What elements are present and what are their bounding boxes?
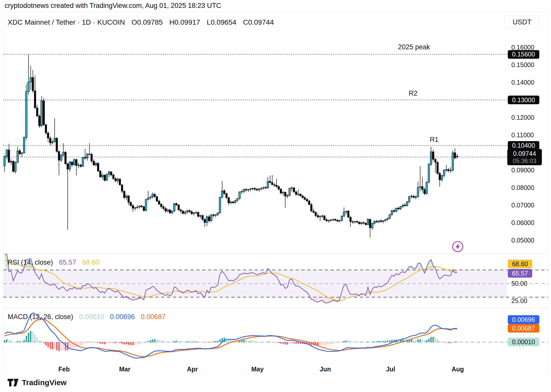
tradingview-brand-text[interactable]: TradingView <box>22 379 67 386</box>
candle <box>156 196 158 202</box>
candle <box>345 210 347 214</box>
candle <box>6 149 8 159</box>
candle <box>397 207 399 210</box>
candle <box>406 201 408 206</box>
candle <box>273 183 275 187</box>
price-level-badge: 0.13000 <box>508 96 539 104</box>
candle <box>10 159 12 165</box>
candle <box>387 218 388 221</box>
rsi-axis-label: 25.00 <box>511 298 527 304</box>
candle <box>143 206 145 212</box>
candle <box>389 214 391 219</box>
candle <box>58 150 60 175</box>
time-axis-label: Aug <box>452 366 464 372</box>
candle <box>284 191 286 208</box>
price-axis-label: 0.09000 <box>511 167 534 173</box>
candle <box>319 216 321 221</box>
candle <box>291 187 293 191</box>
panel-separator[interactable] <box>3 253 548 254</box>
candle <box>365 222 367 225</box>
candle <box>110 171 112 176</box>
currency-toggle-button[interactable]: USDT <box>504 15 540 29</box>
macd-signal-line <box>5 319 457 357</box>
candle <box>308 200 310 205</box>
candle <box>174 203 175 212</box>
candle <box>352 220 354 224</box>
candle <box>417 182 419 198</box>
candle <box>265 186 267 189</box>
candle <box>32 70 34 93</box>
candle <box>47 132 49 142</box>
rsi-legend[interactable]: RSI (14, close) 65.57 68.60 <box>8 259 99 266</box>
candle <box>219 197 221 214</box>
candle <box>226 193 227 199</box>
candle <box>69 161 71 172</box>
candle <box>452 150 454 172</box>
candle <box>25 84 27 140</box>
candle <box>4 155 6 172</box>
rsi-value: 65.57 <box>59 259 76 266</box>
candle <box>380 219 382 222</box>
candle <box>446 165 447 172</box>
time-axis-label: Apr <box>187 366 198 372</box>
candle <box>154 193 156 198</box>
current-price-badge: 0.09744 05:36:03 <box>507 149 542 165</box>
indicator-value-badge: 65.57 <box>508 269 532 278</box>
candle <box>376 220 378 223</box>
candle-countdown: 05:36:03 <box>513 157 536 164</box>
candle <box>276 179 278 188</box>
candle <box>21 152 23 157</box>
candle <box>132 204 134 212</box>
time-axis-label: May <box>251 366 264 372</box>
candle <box>424 187 425 195</box>
candle <box>30 66 32 90</box>
panel-separator[interactable] <box>3 308 548 308</box>
candle <box>326 218 328 222</box>
candle <box>213 214 215 218</box>
chart-plot-area[interactable] <box>0 0 551 392</box>
candle <box>102 173 103 179</box>
macd-histogram <box>4 331 458 351</box>
candle <box>106 173 108 181</box>
candle <box>413 195 415 198</box>
candle <box>89 143 90 155</box>
candle <box>271 175 273 185</box>
candle <box>73 159 75 166</box>
macd-signal-value: 0.00687 <box>141 313 166 321</box>
level-annotation: R1 <box>430 136 439 143</box>
candle <box>121 184 123 193</box>
candle <box>435 158 436 173</box>
candle <box>341 216 343 221</box>
candle <box>152 193 154 198</box>
candle <box>54 118 56 143</box>
symbol-header[interactable]: XDC Mainnet / Tether · 1D · KUCOIN O0.09… <box>8 19 274 26</box>
candle <box>254 187 256 191</box>
candle <box>256 188 258 191</box>
candle <box>178 204 180 211</box>
macd-legend[interactable]: MACD (12, 26, close) 0.00010 0.00696 0.0… <box>8 313 165 320</box>
candle <box>443 169 445 177</box>
candle <box>267 177 269 189</box>
candle <box>421 177 423 193</box>
candle <box>139 205 141 208</box>
candle <box>372 222 373 230</box>
price-axis-label: 0.15000 <box>511 62 534 68</box>
candle <box>202 215 204 221</box>
tradingview-screenshot: cryptodotnews created with TradingView.c… <box>0 0 551 392</box>
candle <box>43 98 45 126</box>
candle <box>252 187 254 190</box>
candle <box>456 154 458 159</box>
candle <box>432 150 434 161</box>
candle <box>241 190 243 194</box>
candle <box>428 163 430 184</box>
candle <box>63 143 64 157</box>
candle <box>221 181 223 198</box>
candle <box>195 211 197 214</box>
candle <box>356 220 358 223</box>
tradingview-logo-icon[interactable] <box>7 378 20 388</box>
candle <box>200 215 201 218</box>
candle <box>208 215 210 222</box>
candle <box>65 151 66 165</box>
lightning-icon <box>451 240 464 253</box>
candle <box>337 219 339 222</box>
